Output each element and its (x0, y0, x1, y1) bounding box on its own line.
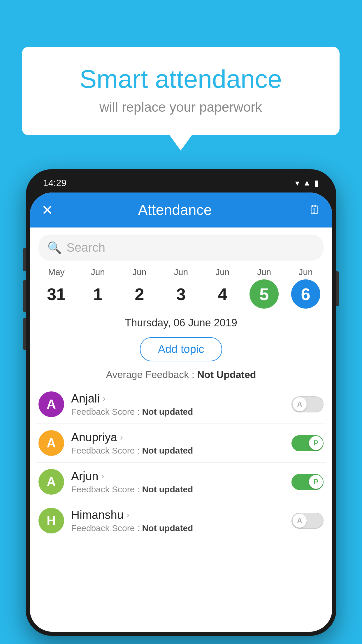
student-feedback-0: Feedback Score : Not updated (71, 407, 284, 417)
average-feedback-label: Average Feedback : (106, 369, 194, 380)
student-feedback-3: Feedback Score : Not updated (71, 523, 284, 533)
app-title: Attendance (41, 202, 308, 218)
calendar-day-6[interactable]: Jun6 (291, 267, 320, 309)
student-chevron-3: › (126, 510, 129, 520)
cal-month-5: Jun (257, 267, 271, 277)
cal-date-2: 2 (125, 279, 154, 309)
cal-date-6: 6 (291, 279, 320, 309)
calendar-row: May31Jun1Jun2Jun3Jun4Jun5Jun6 (30, 264, 332, 309)
search-input[interactable]: Search (66, 241, 105, 255)
cal-date-0: 31 (42, 279, 71, 309)
cal-month-4: Jun (215, 267, 229, 277)
cal-month-3: Jun (174, 267, 188, 277)
volume-up-button (23, 248, 26, 271)
cal-date-1: 1 (83, 279, 113, 309)
cal-date-4: 4 (208, 279, 237, 309)
student-feedback-2: Feedback Score : Not updated (71, 484, 284, 494)
student-item-1[interactable]: AAnupriya ›Feedback Score : Not updatedP (36, 424, 326, 463)
cal-month-0: May (48, 267, 65, 277)
search-bar[interactable]: 🔍 Search (38, 235, 324, 261)
calendar-icon[interactable]: 🗓 (308, 203, 321, 217)
student-feedback-1: Feedback Score : Not updated (71, 446, 284, 456)
toggle-knob-0: A (293, 397, 307, 411)
feedback-value-2: Not updated (142, 484, 193, 494)
wifi-icon: ▾ (295, 178, 299, 188)
toggle-knob-3: A (293, 514, 307, 528)
selected-date: Thursday, 06 June 2019 (30, 309, 332, 332)
speech-bubble-title: Smart attendance (45, 64, 316, 94)
average-feedback-value: Not Updated (197, 369, 256, 380)
attendance-toggle-1[interactable]: P (291, 435, 324, 451)
cal-date-5: 5 (249, 279, 279, 309)
average-feedback: Average Feedback : Not Updated (30, 367, 332, 385)
student-name-text-3: Himanshu (71, 508, 124, 522)
student-chevron-1: › (120, 432, 123, 442)
phone-frame: 14:29 ▾ ▲ ▮ ✕ Attendance 🗓 🔍 Search May3… (26, 169, 336, 636)
student-name-text-1: Anupriya (71, 431, 117, 444)
calendar-day-5[interactable]: Jun5 (249, 267, 279, 309)
student-avatar-1: A (38, 430, 64, 456)
student-item-0[interactable]: AAnjali ›Feedback Score : Not updatedA (36, 385, 326, 424)
student-info-2: Arjun ›Feedback Score : Not updated (71, 470, 284, 494)
feedback-label-3: Feedback Score : (71, 523, 140, 533)
power-button (336, 271, 339, 306)
student-name-0: Anjali › (71, 392, 284, 405)
speech-bubble: Smart attendance will replace your paper… (22, 47, 340, 135)
student-avatar-3: H (38, 508, 64, 533)
student-name-text-2: Arjun (71, 470, 98, 483)
calendar-day-3[interactable]: Jun3 (166, 267, 196, 309)
attendance-toggle-2[interactable]: P (291, 474, 324, 490)
silent-button (23, 318, 26, 350)
student-info-3: Himanshu ›Feedback Score : Not updated (71, 508, 284, 533)
student-info-1: Anupriya ›Feedback Score : Not updated (71, 431, 284, 456)
feedback-value-1: Not updated (142, 446, 193, 455)
attendance-toggle-0[interactable]: A (291, 396, 324, 412)
speech-bubble-subtitle: will replace your paperwork (45, 99, 316, 115)
add-topic-button[interactable]: Add topic (140, 337, 222, 361)
student-avatar-2: A (38, 469, 64, 495)
feedback-label-1: Feedback Score : (71, 446, 140, 455)
feedback-value-3: Not updated (142, 523, 193, 533)
status-time: 14:29 (43, 178, 66, 188)
student-info-0: Anjali ›Feedback Score : Not updated (71, 392, 284, 417)
student-chevron-2: › (101, 471, 104, 481)
student-list: AAnjali ›Feedback Score : Not updatedAAA… (30, 385, 332, 540)
cal-month-2: Jun (132, 267, 146, 277)
toggle-knob-2: P (309, 475, 323, 489)
attendance-toggle-3[interactable]: A (291, 513, 324, 529)
student-name-2: Arjun › (71, 470, 284, 483)
phone-notch (164, 169, 198, 182)
battery-icon: ▮ (314, 178, 319, 188)
student-chevron-0: › (103, 393, 106, 403)
calendar-day-2[interactable]: Jun2 (125, 267, 154, 309)
volume-down-button (23, 280, 26, 312)
app-header: ✕ Attendance 🗓 (30, 192, 332, 228)
feedback-value-0: Not updated (142, 407, 193, 416)
calendar-day-1[interactable]: Jun1 (83, 267, 113, 309)
student-name-1: Anupriya › (71, 431, 284, 444)
feedback-label-0: Feedback Score : (71, 407, 140, 416)
cal-month-1: Jun (91, 267, 105, 277)
status-icons: ▾ ▲ ▮ (295, 178, 319, 188)
student-name-text-0: Anjali (71, 392, 100, 405)
student-item-3[interactable]: HHimanshu ›Feedback Score : Not updatedA (36, 501, 326, 540)
cal-month-6: Jun (298, 267, 312, 277)
student-avatar-0: A (38, 391, 64, 417)
search-icon: 🔍 (47, 241, 62, 255)
calendar-day-0[interactable]: May31 (42, 267, 71, 309)
calendar-day-4[interactable]: Jun4 (208, 267, 237, 309)
signal-icon: ▲ (303, 178, 311, 188)
toggle-knob-1: P (309, 436, 323, 450)
phone-screen: ✕ Attendance 🗓 🔍 Search May31Jun1Jun2Jun… (30, 192, 332, 632)
student-name-3: Himanshu › (71, 508, 284, 522)
student-item-2[interactable]: AArjun ›Feedback Score : Not updatedP (36, 463, 326, 501)
feedback-label-2: Feedback Score : (71, 484, 140, 494)
cal-date-3: 3 (166, 279, 196, 309)
